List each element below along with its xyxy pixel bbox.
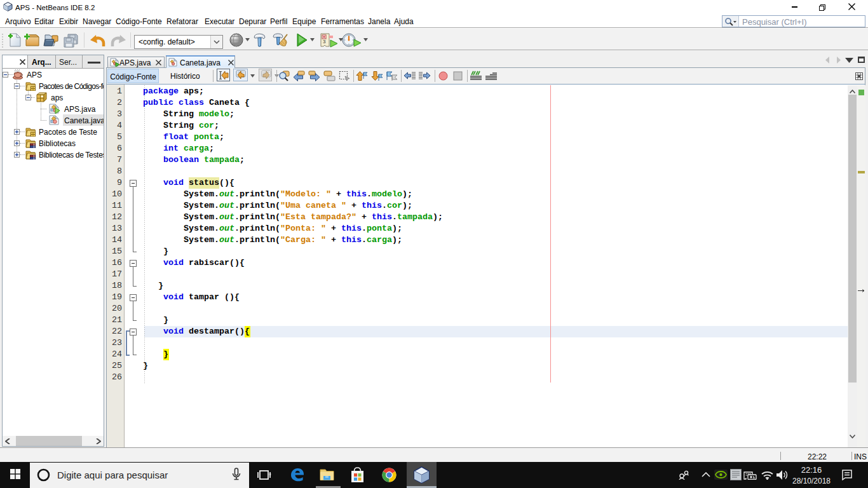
svg-text:3: 3	[323, 39, 326, 44]
